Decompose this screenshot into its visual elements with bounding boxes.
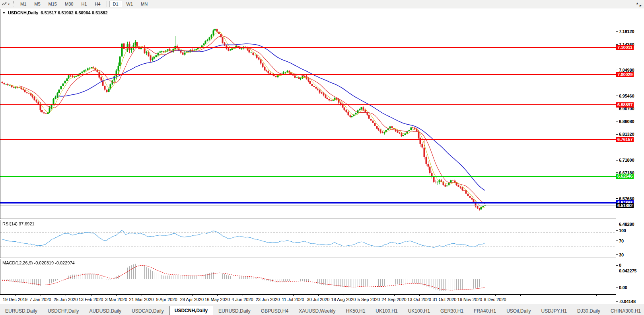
tick-dash [616,96,618,96]
tick-dash [616,254,618,255]
date-tick [243,295,243,296]
tick-dash [616,31,618,32]
timeframe-button-h1[interactable]: H1 [78,1,90,7]
date-tick [394,295,395,296]
timeframe-buttons: M1M5M15M30H1H4D1W1MN [16,1,152,7]
tick-dash [616,172,618,173]
chart-tab-eurusd-daily[interactable]: EURUSD,Daily [0,307,43,315]
timeframe-button-d1[interactable]: D1 [109,1,122,7]
date-tick [596,295,597,296]
tick-dash [616,134,618,135]
chart-tab-fra40-h1[interactable]: FRA40,H1 [469,307,501,315]
macd-label: MACD(12,26,9) -0.020319 -0.022974 [2,260,75,265]
tick-dash [616,271,618,271]
indicator-axis-tick: 0.042275 [616,268,636,273]
macd-panel: MACD(12,26,9) -0.020319 -0.022974 [0,259,616,295]
level-line-6.88897[interactable] [0,104,616,105]
timeframe-button-m15[interactable]: M15 [45,1,60,7]
price-axis-tick: 6.86080 [616,119,634,124]
indicator-axis-tick: 0.00 [616,285,627,290]
chart-tab-usdcnh-daily[interactable]: USDCNH,Daily [169,306,213,315]
chart-tab-ger30-h1[interactable]: GER30,H1 [435,307,469,315]
level-line-6.76157[interactable] [0,139,616,140]
price-chart-canvas[interactable] [0,9,616,219]
date-tick [15,295,16,296]
date-tick [419,295,420,296]
price-axis-tick: 7.04980 [616,68,634,72]
date-tick [142,295,142,296]
date-tick [167,295,167,296]
indicator-axis-tick: 0 [616,263,621,268]
date-tick [293,295,294,296]
chart-tab-eurusd-daily[interactable]: EURUSD,Daily [213,307,256,315]
timeframe-button-m5[interactable]: M5 [31,1,44,7]
price-badge-6.62646: 6.62646 [616,174,634,179]
chart-tab-gbpusd-h4[interactable]: GBPUSD,H4 [256,307,294,315]
price-axis-tick: 6.71800 [616,158,634,162]
chart-tab-usdjpy-h1[interactable]: USDJPY,H1 [536,307,572,315]
date-tick [217,295,218,296]
date-tick [192,295,193,296]
chart-tab-usoil-daily[interactable]: USOil,Daily [501,307,536,315]
date-tick [66,295,66,296]
tick-dash [616,224,618,224]
rsi-panel: RSI(14) 37.6921 [0,220,616,258]
date-axis: 19 Dec 20197 Jan 202025 Jan 202013 Feb 2… [0,295,644,304]
timeframe-button-m30[interactable]: M30 [61,1,77,7]
price-badge-6.88897: 6.88897 [616,102,634,108]
date-tick [268,295,268,296]
date-tick [571,295,571,296]
timeframe-button-w1[interactable]: W1 [123,1,137,7]
toolbar-separator [107,1,107,7]
date-tick [520,295,521,296]
date-tick [546,295,546,296]
chart-tab-uk100-h1[interactable]: UK100,H1 [403,307,435,315]
chart-tab-audusd-daily[interactable]: AUDUSD,Daily [84,307,126,315]
level-line-7.00029[interactable] [0,74,616,75]
macd-canvas[interactable] [0,259,616,294]
price-axis-tick: 6.81320 [616,132,634,137]
tab-scroll-right-icon[interactable]: ▸ [638,3,643,8]
tick-dash [616,241,618,241]
price-axis-tick: 6.48280 [616,222,634,227]
tick-dash [616,230,618,231]
tick-dash [616,109,618,109]
date-label: 8 Dec 2020 [479,297,512,302]
chart-cursor-icon[interactable]: ▾ [2,2,10,6]
tick-dash [616,160,618,160]
chart-context-caret-icon[interactable]: ▼ [2,11,6,15]
timeframe-button-mn[interactable]: MN [137,1,151,7]
chart-tab-hk50-h1[interactable]: HK50,H1 [341,307,371,315]
date-tick [369,295,369,296]
chart-tab-usdchf-daily[interactable]: USDCHF,Daily [43,307,84,315]
timeframe-toolbar: ▾ M1M5M15M30H1H4D1W1MN ▲ [0,0,644,8]
price-axis-tick: 6.95460 [616,94,634,98]
level-line-6.52865[interactable] [0,202,616,203]
chart-tab-xauusd-weekly[interactable]: XAUUSD,Weekly [294,307,340,315]
chart-ohlc-values: 6.51517 6.51902 6.50964 6.51882 [41,10,107,15]
toolbar-grip[interactable] [13,1,14,7]
date-tick [91,295,91,296]
date-tick [318,295,319,296]
level-line-7.10011[interactable] [0,47,616,48]
timeframe-button-m1[interactable]: M1 [17,1,30,7]
indicator-axis-tick: 30 [616,252,624,257]
price-axis-tick: 7.19120 [616,29,634,34]
mt4-window: { "toolbar": { "caret_glyph": "▾", "time… [0,0,644,315]
price-badge-7.00029: 7.00029 [616,72,634,77]
indicator-axis-tick: 100 [616,228,626,233]
level-line-6.62646[interactable] [0,176,616,177]
level-line-6.51882[interactable] [0,205,616,206]
chart-tab-uk100-h1[interactable]: UK100,H1 [370,307,403,315]
rsi-label: RSI(14) 37.6921 [2,221,35,226]
timeframe-button-h4[interactable]: H4 [91,1,104,7]
tick-dash [616,198,618,199]
price-badge-6.51882: 6.51882 [616,203,634,208]
chart-tab-china300-h1[interactable]: CHINA300,H1 [605,307,644,315]
chart-tab-usdcad-daily[interactable]: USDCAD,Daily [126,307,169,315]
chevron-down-icon: ▾ [8,2,10,6]
rsi-canvas[interactable] [0,220,616,258]
chart-tab-dj30-daily[interactable]: DJ30,Daily [572,307,605,315]
date-tick [470,295,470,296]
chart-title: ▼ USDCNH,Daily 6.51517 6.51902 6.50964 6… [2,10,108,15]
